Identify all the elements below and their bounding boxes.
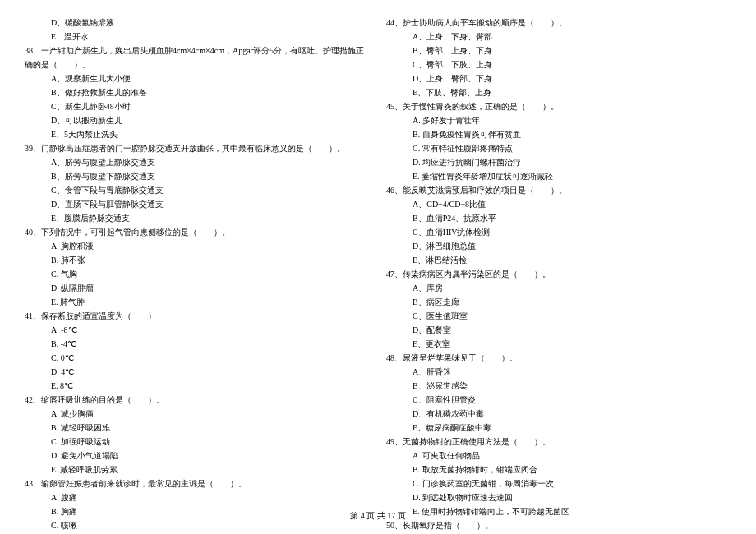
- question-number: 47、: [386, 269, 403, 279]
- option-line: C. 常有特征性腹部疼痛特点: [386, 142, 731, 155]
- question-number: 41、: [25, 311, 41, 320]
- option-line: B. 减轻呼吸困难: [25, 421, 370, 435]
- question-45: 45、关于慢性胃炎的叙述，正确的是（ ）。: [386, 100, 731, 113]
- option-line: A、上身、下身、臀部: [386, 30, 731, 44]
- option-line: D. 4℃: [25, 366, 370, 379]
- option-line: C、血清HIV抗体检测: [386, 226, 731, 239]
- option-line: E、5天内禁止洗头: [25, 128, 370, 141]
- question-text: 长期氧疗是指（ ）。: [403, 521, 493, 530]
- option-line: A、CD+4/CD+8比值: [386, 198, 731, 211]
- question-text: 能反映艾滋病预后和疗效的项目是（ ）。: [403, 186, 567, 195]
- option-line: C、臀部、下肢、上身: [386, 58, 731, 71]
- question-number: 45、: [386, 102, 403, 111]
- question-text: 下列情况中，可引起气管向患侧移位的是（ ）。: [41, 228, 230, 237]
- option-line: E、下肢、臀部、上身: [386, 86, 731, 99]
- option-line: A、库房: [386, 282, 731, 295]
- option-line: C、食管下段与胃底静脉交通支: [25, 184, 370, 197]
- option-line: D. 到远处取物时应速去速回: [386, 491, 731, 504]
- question-text: 一产钳助产新生儿，娩出后头颅血肿4cm×4cm×4cm，Apgar评分5分，有呕…: [41, 46, 364, 55]
- question-47: 47、传染病病区内属半污染区的是（ ）。: [386, 268, 731, 281]
- option-line: C、新生儿静卧48小时: [25, 100, 370, 113]
- question-46: 46、能反映艾滋病预后和疗效的项目是（ ）。: [386, 184, 731, 197]
- question-49: 49、无菌持物钳的正确使用方法是（ ）。: [386, 435, 731, 449]
- question-number: 50、: [386, 521, 403, 530]
- option-line: D、有机磷农药中毒: [386, 407, 731, 421]
- option-line: E、更衣室: [386, 338, 731, 351]
- option-line: B、做好抢救新生儿的准备: [25, 86, 370, 99]
- question-number: 49、: [386, 437, 403, 446]
- option-line: B、泌尿道感染: [386, 380, 731, 393]
- option-line: A. 可夹取任何物品: [386, 449, 731, 463]
- option-line: A、脐旁与腹壁上静脉交通支: [25, 156, 370, 169]
- question-42: 42、缩唇呼吸训练的目的是（ ）。: [25, 394, 370, 407]
- option-line: B. 肺不张: [25, 254, 370, 267]
- option-line: D、淋巴细胞总值: [386, 240, 731, 253]
- question-text: 尿液呈烂苹果味见于（ ）。: [403, 353, 518, 362]
- option-line: E、淋巴结活检: [386, 254, 731, 267]
- question-text: 缩唇呼吸训练的目的是（ ）。: [41, 395, 164, 404]
- option-line: D、配餐室: [386, 324, 731, 337]
- question-number: 42、: [25, 395, 41, 404]
- question-number: 38、: [25, 46, 41, 55]
- option-line: A、肝昏迷: [386, 366, 731, 379]
- option-line: B. -4℃: [25, 338, 370, 351]
- document-content: D、碳酸氢钠溶液 E、温开水 38、一产钳助产新生儿，娩出后头颅血肿4cm×4c…: [25, 16, 731, 534]
- question-text: 关于慢性胃炎的叙述，正确的是（ ）。: [403, 102, 559, 111]
- question-43: 43、输卵管妊娠患者前来就诊时，最常见的主诉是（ ）。: [25, 477, 370, 490]
- question-48: 48、尿液呈烂苹果味见于（ ）。: [386, 352, 731, 365]
- option-line: B、臀部、上身、下身: [386, 44, 731, 58]
- option-line: D、直肠下段与肛管静脉交通支: [25, 198, 370, 211]
- option-line: E、糖尿病酮症酸中毒: [386, 421, 731, 435]
- question-39: 39、门静脉高压症患者的门一腔静脉交通支开放曲张，其中最有临床意义的是（ ）。: [25, 142, 370, 155]
- option-line: A. 腹痛: [25, 491, 370, 504]
- option-line: B、病区走廊: [386, 296, 731, 309]
- question-number: 44、: [386, 18, 403, 27]
- option-line: B. 取放无菌持物钳时，钳端应闭合: [386, 463, 731, 476]
- option-line: E、温开水: [25, 30, 370, 44]
- option-line: E. 萎缩性胃炎年龄增加症状可逐渐减轻: [386, 170, 731, 183]
- option-line: E. 减轻呼吸肌劳累: [25, 463, 370, 476]
- right-column: 44、护士协助病人向平车搬动的顺序是（ ）。 A、上身、下身、臀部 B、臀部、上…: [386, 16, 731, 534]
- question-44: 44、护士协助病人向平车搬动的顺序是（ ）。: [386, 16, 731, 30]
- option-line: A、观察新生儿大小便: [25, 72, 370, 85]
- question-text: 输卵管妊娠患者前来就诊时，最常见的主诉是（ ）。: [41, 479, 247, 488]
- question-number: 46、: [386, 186, 403, 195]
- question-number: 40、: [25, 228, 41, 237]
- question-number: 39、: [25, 144, 41, 153]
- option-line: A. 多好发于青壮年: [386, 114, 731, 127]
- question-text: 传染病病区内属半污染区的是（ ）。: [403, 269, 551, 279]
- option-line: C. 气胸: [25, 268, 370, 281]
- option-line: D. 避免小气道塌陷: [25, 449, 370, 463]
- option-line: E、腹膜后静脉交通支: [25, 212, 370, 225]
- question-38: 38、一产钳助产新生儿，娩出后头颅血肿4cm×4cm×4cm，Apgar评分5分…: [25, 44, 370, 58]
- option-line: D、碳酸氢钠溶液: [25, 16, 370, 30]
- option-line: C、医生值班室: [386, 310, 731, 323]
- question-41: 41、保存断肢的适宜温度为（ ）: [25, 310, 370, 323]
- question-text: 护士协助病人向平车搬动的顺序是（ ）。: [403, 18, 567, 27]
- option-line: B、血清P24、抗原水平: [386, 212, 731, 225]
- option-line: C. 0℃: [25, 352, 370, 365]
- option-line: E. 8℃: [25, 380, 370, 393]
- option-line: D、可以搬动新生儿: [25, 114, 370, 127]
- option-line: E. 肺气肿: [25, 296, 370, 309]
- option-line: D. 纵隔肿瘤: [25, 282, 370, 295]
- option-line: A. 减少胸痛: [25, 407, 370, 421]
- option-line: B、脐旁与腹壁下静脉交通支: [25, 170, 370, 183]
- question-text: 无菌持物钳的正确使用方法是（ ）。: [403, 437, 551, 446]
- question-number: 48、: [386, 353, 403, 362]
- option-line: B. 自身免疫性胃炎可伴有贫血: [386, 128, 731, 141]
- option-line: D、上身、臀部、下身: [386, 72, 731, 85]
- question-40: 40、下列情况中，可引起气管向患侧移位的是（ ）。: [25, 226, 370, 239]
- page-footer: 第 4 页 共 17 页: [0, 510, 756, 522]
- question-text: 保存断肢的适宜温度为（ ）: [41, 311, 156, 320]
- left-column: D、碳酸氢钠溶液 E、温开水 38、一产钳助产新生儿，娩出后头颅血肿4cm×4c…: [25, 16, 370, 534]
- option-line: A. 胸腔积液: [25, 240, 370, 253]
- question-text: 门静脉高压症患者的门一腔静脉交通支开放曲张，其中最有临床意义的是（ ）。: [41, 144, 345, 153]
- question-number: 43、: [25, 479, 41, 488]
- option-line: A. -8℃: [25, 324, 370, 337]
- option-line: C、阻塞性胆管炎: [386, 394, 731, 407]
- question-continuation: 确的是（ ）。: [25, 58, 370, 71]
- option-line: C. 门诊换药室的无菌钳，每周消毒一次: [386, 477, 731, 490]
- option-line: D. 均应进行抗幽门螺杆菌治疗: [386, 156, 731, 169]
- option-line: C. 加强呼吸运动: [25, 435, 370, 449]
